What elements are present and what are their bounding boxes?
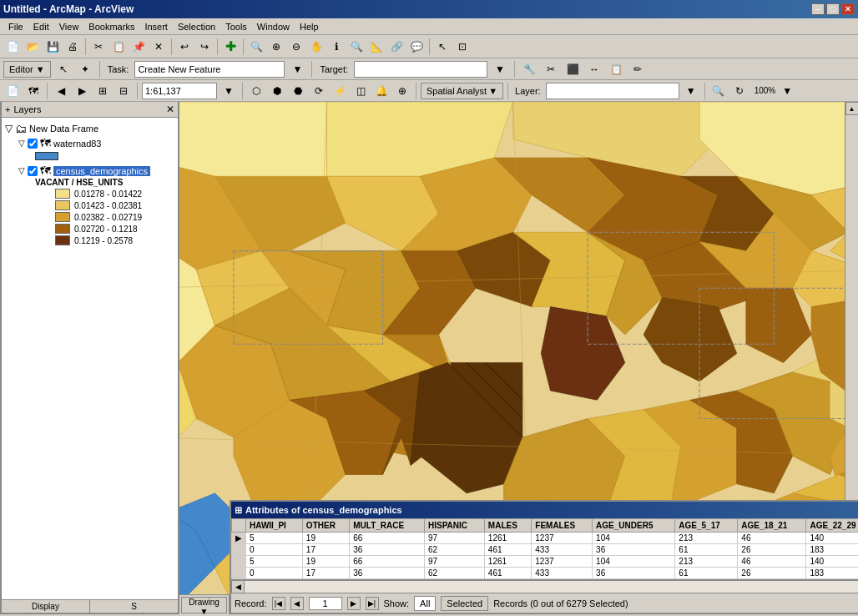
hyperlink-button[interactable]: 🔗 [387,38,406,56]
edit-feature-button[interactable]: ⬛ [563,60,582,78]
zoom-prev[interactable]: ◀ [52,82,70,100]
menu-help[interactable]: Help [295,20,324,33]
flip-button[interactable]: ↔ [585,60,603,78]
save-button[interactable]: 💾 [43,38,62,56]
measure-button[interactable]: 📐 [367,38,386,56]
add-data-button[interactable]: ✚ [221,38,240,56]
task-input[interactable] [134,61,285,78]
identify-button[interactable]: ℹ [327,38,346,56]
map-area[interactable]: ▲ ▼ ◀ ▶ ⊞ Attributes of census_demograph… [179,102,858,614]
spatial-analyst-button[interactable]: Spatial Analyst ▼ [421,83,503,99]
expand-icon-water[interactable]: ▽ [18,139,25,148]
pan-button[interactable]: ✋ [307,38,326,56]
menu-window[interactable]: Window [252,20,295,33]
menu-selection[interactable]: Selection [173,20,220,33]
edit-tool-button[interactable]: ↖ [54,60,73,78]
tool5[interactable]: ⚡ [331,82,349,100]
menu-bookmarks[interactable]: Bookmarks [83,20,139,33]
tool6[interactable]: ◫ [351,82,370,100]
tool2[interactable]: ⬢ [268,82,286,100]
select-button[interactable]: ↖ [433,38,452,56]
zoom-extent[interactable]: ⊟ [114,82,133,100]
zoom-in-button[interactable]: ⊕ [267,38,285,56]
col-hispanic[interactable]: HISPANIC [424,519,484,533]
find-button[interactable]: 🔍 [347,38,366,56]
show-selected-button[interactable]: Selected [441,596,488,611]
undo-button[interactable]: ↩ [175,38,194,56]
sketch-button[interactable]: ✏ [628,60,647,78]
next-record-button[interactable]: ▶ [347,597,361,610]
zoom-full[interactable]: ⊞ [93,82,112,100]
toc-close-button[interactable]: ✕ [166,104,174,115]
target-dropdown[interactable]: ▼ [491,60,509,78]
tool8[interactable]: ⊕ [393,82,411,100]
task-dropdown[interactable]: ▼ [288,60,306,78]
rotate-button[interactable]: ↻ [730,82,749,100]
first-record-button[interactable]: |◀ [272,597,285,610]
checkbox-waternad83[interactable] [28,139,38,149]
close-button[interactable]: ✕ [841,3,855,15]
attr-button[interactable]: 📋 [607,60,625,78]
col-age-22-29[interactable]: AGE_22_29 [806,519,858,533]
print-button[interactable]: 🖨 [63,38,82,56]
data-toggle[interactable]: 🗺 [24,82,43,100]
col-mult-race[interactable]: MULT_RACE [350,519,425,533]
magnifier-button[interactable]: 🔍 [709,82,728,100]
layer-dropdown[interactable]: ▼ [682,82,700,100]
attr-table-wrapper[interactable]: HAWII_PI OTHER MULT_RACE HISPANIC MALES … [231,518,858,579]
tool7[interactable]: 🔔 [372,82,391,100]
scroll-up[interactable]: ▲ [845,102,859,115]
dataframe-expand-icon[interactable]: ▽ [5,123,13,134]
minimize-button[interactable]: ─ [811,3,825,15]
last-record-button[interactable]: ▶| [366,597,379,610]
zoom-next[interactable]: ▶ [73,82,91,100]
edit-snap-button[interactable]: ✂ [542,60,560,78]
html-popup-button[interactable]: 💬 [407,38,426,56]
col-age-18-21[interactable]: AGE_18_21 [738,519,806,533]
open-button[interactable]: 📂 [23,38,42,56]
col-males[interactable]: MALES [484,519,531,533]
clear-select-button[interactable]: ⊡ [453,38,472,56]
col-age-under5[interactable]: AGE_UNDER5 [593,519,675,533]
attr-scroll-left[interactable]: ◀ [231,580,245,593]
col-females[interactable]: FEMALES [532,519,593,533]
tool1[interactable]: ⬡ [247,82,265,100]
col-hawii-pi[interactable]: HAWII_PI [246,519,303,533]
snapping-button[interactable]: 🔧 [520,60,538,78]
zoom-pct-dropdown[interactable]: ▼ [778,82,796,100]
new-button[interactable]: 📄 [3,38,22,56]
menu-file[interactable]: File [3,20,28,33]
col-other[interactable]: OTHER [302,519,349,533]
add-layers-icon[interactable]: + [5,104,10,114]
tool3[interactable]: ⬣ [289,82,307,100]
zoom-full-button[interactable]: 🔍 [247,38,265,56]
menu-edit[interactable]: Edit [28,20,54,33]
col-age-5-17[interactable]: AGE_5_17 [675,519,738,533]
menu-tools[interactable]: Tools [220,20,252,33]
menu-insert[interactable]: Insert [139,20,173,33]
delete-button[interactable]: ✕ [149,38,168,56]
layer-input[interactable] [546,83,679,99]
toc-tab-source[interactable]: S [90,600,178,613]
toc-tab-display[interactable]: Display [2,600,90,613]
copy-button[interactable]: 📋 [109,38,128,56]
expand-icon-census[interactable]: ▽ [18,166,25,175]
scale-input[interactable]: 1:61,137 [142,83,217,99]
tool4[interactable]: ⟳ [310,82,328,100]
attr-scroll-track[interactable] [245,580,858,593]
edit-vertices-button[interactable]: ✦ [76,60,94,78]
checkbox-census[interactable] [28,166,38,176]
cut-button[interactable]: ✂ [89,38,108,56]
zoom-out-button[interactable]: ⊖ [287,38,305,56]
target-input[interactable] [354,61,487,78]
show-all-button[interactable]: All [414,596,436,611]
menu-view[interactable]: View [54,20,84,33]
paste-button[interactable]: 📌 [129,38,148,56]
current-record-input[interactable] [309,597,342,610]
maximize-button[interactable]: □ [826,3,840,15]
drawing-dropdown[interactable]: Drawing ▼ [181,597,227,613]
prev-record-button[interactable]: ◀ [290,597,304,610]
scale-dropdown[interactable]: ▼ [220,82,238,100]
redo-button[interactable]: ↪ [195,38,214,56]
editor-dropdown[interactable]: Editor ▼ [3,61,51,78]
